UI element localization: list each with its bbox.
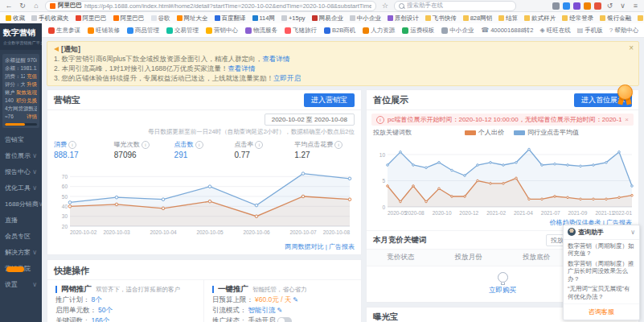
announcement-link[interactable]: 立即开启 xyxy=(273,74,301,82)
svg-text:0: 0 xyxy=(382,204,385,210)
utility-icon: ◈ xyxy=(540,27,545,34)
enter-premium-button[interactable]: 进入首位展示 xyxy=(574,93,632,107)
home-icon[interactable]: ⌂ xyxy=(31,2,41,10)
bookmark-item[interactable]: 网址大全 xyxy=(177,14,208,23)
quicknav-item[interactable]: 旺铺装修 xyxy=(88,27,120,35)
quicknav-item[interactable]: B2B商机 xyxy=(324,27,355,35)
budget-tag[interactable]: 积分兑换 xyxy=(16,97,37,105)
buy-now-link[interactable]: 立即购买 xyxy=(489,286,516,294)
chevron-down-icon: ∨ xyxy=(32,245,37,261)
svg-text:2020-10-02: 2020-10-02 xyxy=(70,229,97,235)
edit-icon[interactable]: ✎ xyxy=(293,295,298,305)
sidebar-item[interactable]: 设置∨ xyxy=(0,277,42,293)
svg-text:60: 60 xyxy=(62,184,68,189)
chart-legend-row: 投放关键词数 个人出价 同行业点击平均值 xyxy=(367,126,638,137)
edit-icon[interactable]: ✎ xyxy=(277,305,283,316)
utility-item[interactable]: ▤ 手机版 xyxy=(577,27,603,35)
sidebar-item[interactable]: 会员专区 xyxy=(0,229,42,245)
quicknav-item[interactable]: 中小企业 xyxy=(441,27,474,35)
browser-toolbar: ← ↻ ⌂ 阿里巴巴 https://p4p.1688.com/index.ht… xyxy=(0,0,644,12)
bookmark-item[interactable]: 款式样片 xyxy=(524,14,556,23)
utility-item[interactable]: ◈ 旺旺在线 xyxy=(540,27,571,35)
bookmark-item[interactable]: 114网 xyxy=(252,14,275,23)
bookmark-item[interactable]: 原创设计 xyxy=(388,14,419,23)
extension-icon[interactable] xyxy=(563,2,570,10)
quicknav-item[interactable]: 交易管理 xyxy=(166,27,199,35)
close-icon[interactable]: × xyxy=(625,116,629,123)
bookmark-item[interactable]: 中小企业 xyxy=(350,14,381,23)
bookmark-item[interactable]: 百度翻译 xyxy=(215,14,246,23)
info-icon xyxy=(376,116,384,124)
site-label: 阿里巴巴 xyxy=(58,2,82,10)
budget-tag[interactable]: 聚效返现 xyxy=(16,89,37,97)
bookmark-item[interactable]: +15py xyxy=(281,14,306,22)
dropdown-icon[interactable]: ∨ xyxy=(618,2,627,10)
quicknav-icon xyxy=(127,27,133,34)
announcement-link[interactable]: 查看详情 xyxy=(262,55,289,63)
report-link[interactable]: 两周数据对比 | 广告报表 xyxy=(285,242,355,251)
sidebar-item[interactable]: 营销宝 xyxy=(0,132,42,148)
bookmark-item[interactable]: 收藏 xyxy=(6,14,25,23)
sidebar-item[interactable]: 报告中心∨ xyxy=(0,164,42,180)
bookmark-item[interactable]: 手机收藏夹 xyxy=(31,14,69,23)
chat-faq-item[interactable]: 数字营销（周期制度）如何充值？ xyxy=(564,240,639,258)
chat-header[interactable]: 查询助手 ∨ xyxy=(564,225,639,240)
bookmark-icon xyxy=(562,15,568,21)
bookmark-icon xyxy=(498,15,504,21)
quicknav-item[interactable]: 商品管理 xyxy=(127,27,159,35)
bookmark-item[interactable]: 阿里巴巴 xyxy=(76,14,107,23)
announcement-link[interactable]: 查看详情 xyxy=(228,64,255,72)
search-icon xyxy=(399,3,404,9)
bookmark-item[interactable]: 网易企业 xyxy=(312,14,343,23)
contact-support-link[interactable]: 咨询客服 xyxy=(564,303,639,320)
extension-icon[interactable] xyxy=(552,2,560,10)
bookmark-item[interactable]: 828网销 xyxy=(463,14,493,23)
sidebar-item[interactable]: 直播 xyxy=(0,213,42,229)
quicknav-item[interactable]: 生意参谋 xyxy=(48,27,80,35)
menu-icon[interactable]: ≡ xyxy=(631,2,640,10)
budget-tag[interactable]: 升级 xyxy=(27,80,37,89)
star-icon[interactable]: ☆ xyxy=(380,2,390,10)
bookmark-item[interactable]: 谷歌 xyxy=(151,14,170,23)
chat-faq-item[interactable]: “无用词”“宝贝无展现”有何优化办法？ xyxy=(564,283,639,300)
enter-marketing-button[interactable]: 进入营销宝 xyxy=(304,93,355,107)
sidebar-item[interactable]: 首位展示∨ xyxy=(0,148,42,164)
quicknav-item[interactable]: 人力资源 xyxy=(363,27,395,35)
address-bar[interactable]: 阿里巴巴 https://p4p.1688.com/index.html#/ho… xyxy=(45,1,376,11)
bookmark-item[interactable]: 飞书快传 xyxy=(425,14,457,23)
sidebar-item[interactable]: 解决方案∨ xyxy=(0,245,42,261)
quicknav-item[interactable]: 营销中心 xyxy=(206,27,238,35)
promotion-status-toggle[interactable] xyxy=(277,317,292,322)
utility-item[interactable]: ? 帮助中心 xyxy=(609,27,638,35)
bookmark-item[interactable]: 经常登录 xyxy=(562,14,593,23)
svg-text:2020-10-06: 2020-10-06 xyxy=(243,229,270,235)
sidebar-item[interactable]: 优化工具∨ xyxy=(0,180,42,196)
svg-text:50: 50 xyxy=(62,194,68,200)
bookmark-item[interactable]: 阿里巴巴 xyxy=(113,14,145,23)
date-range-input[interactable]: 2020-10-02 至 2020-10-08 xyxy=(265,114,355,126)
bookmark-item[interactable]: 银行金融 xyxy=(600,14,631,23)
quicknav-item[interactable]: 运费模板 xyxy=(402,27,434,35)
refresh-icon[interactable]: ↻ xyxy=(18,2,27,10)
legend-item: 个人出价 xyxy=(465,128,504,137)
chevron-down-icon: ∨ xyxy=(32,164,37,180)
extension-icon[interactable] xyxy=(573,2,580,10)
close-icon[interactable]: × xyxy=(629,43,634,52)
quicknav-item[interactable]: 物流服务 xyxy=(245,27,277,35)
back-icon[interactable]: ← xyxy=(4,2,14,10)
bookmark-item[interactable]: 网上消收 xyxy=(638,14,644,23)
budget-tag[interactable]: 详情 xyxy=(27,113,37,121)
browser-search-input[interactable]: 搜索助手在线 xyxy=(394,1,516,11)
extension-icon[interactable] xyxy=(594,2,601,10)
undo-icon[interactable]: ↺ xyxy=(605,2,614,10)
utility-item[interactable]: ☎ 4000016888转2 xyxy=(481,27,533,35)
bookmark-icon xyxy=(350,15,355,21)
announcement-line: 3. 您的店铺体验值持续提升，专属权益活动已送达，上线就送流量奖励！立即开启 xyxy=(54,73,632,83)
extension-icon[interactable] xyxy=(584,2,591,10)
budget-tag[interactable]: 充值 xyxy=(27,72,37,80)
info-icon xyxy=(68,141,76,149)
quicknav-item[interactable]: 飞猪旅行 xyxy=(285,27,317,35)
bookmark-item[interactable]: 结算 xyxy=(498,14,518,23)
sidebar-item[interactable]: 1688分销商∨ xyxy=(0,196,42,213)
chat-faq-item[interactable]: 数字营销（周期制度）推广后长时间没效果怎么办？ xyxy=(564,258,639,283)
